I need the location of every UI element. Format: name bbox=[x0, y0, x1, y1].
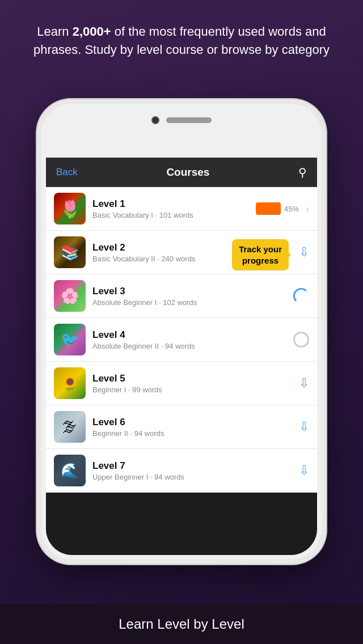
navigation-bar: Back Courses ⚲ bbox=[46, 158, 317, 187]
course-list: Level 1 Basic Vocabulary I · 101 words 4… bbox=[46, 187, 317, 493]
word-count-highlight: 2,000+ bbox=[73, 24, 111, 39]
bottom-bar: Learn Level by Level bbox=[0, 604, 363, 644]
course-item-level-4[interactable]: Level 4 Absolute Beginner II · 94 words bbox=[46, 318, 317, 362]
course-thumbnail-level-5 bbox=[54, 367, 86, 399]
progress-percent: 45% bbox=[284, 205, 299, 213]
course-action-level-5: ⇩ bbox=[299, 376, 309, 391]
course-thumbnail-level-3 bbox=[54, 280, 86, 312]
download-icon-level-6[interactable]: ⇩ bbox=[299, 420, 309, 434]
phone-top-hardware bbox=[119, 116, 244, 124]
course-info-level-3: Level 3 Absolute Beginner I · 102 words bbox=[92, 286, 293, 307]
bottom-bar-label: Learn Level by Level bbox=[119, 616, 244, 632]
course-level-label-7: Level 7 bbox=[92, 460, 299, 472]
course-item-level-6[interactable]: Level 6 Beginner II · 94 words ⇩ bbox=[46, 405, 317, 449]
screen-title: Courses bbox=[166, 166, 209, 179]
circle-empty-icon-level-4 bbox=[293, 332, 309, 348]
back-button[interactable]: Back bbox=[56, 167, 78, 178]
course-level-label-5: Level 5 bbox=[92, 373, 299, 384]
course-item-level-1[interactable]: Level 1 Basic Vocabulary I · 101 words 4… bbox=[46, 187, 317, 231]
course-action-level-6: ⇩ bbox=[299, 420, 309, 434]
phone-speaker bbox=[166, 117, 212, 123]
course-info-level-5: Level 5 Beginner I · 99 words bbox=[92, 373, 299, 394]
course-action-level-7: ⇩ bbox=[299, 463, 309, 478]
course-thumbnail-level-2 bbox=[54, 236, 86, 268]
course-description-4: Absolute Beginner II · 94 words bbox=[92, 342, 293, 350]
course-level-label-6: Level 6 bbox=[92, 417, 299, 428]
course-level-label-3: Level 3 bbox=[92, 286, 293, 297]
top-description-text: Learn 2,000+ of the most frequently used… bbox=[28, 23, 335, 59]
course-thumbnail-level-1 bbox=[54, 193, 86, 224]
course-description-5: Beginner I · 99 words bbox=[92, 385, 299, 394]
course-action-level-1: 45% › bbox=[256, 202, 309, 215]
course-description-1: Basic Vocabulary I · 101 words bbox=[92, 211, 256, 219]
course-level-label-4: Level 4 bbox=[92, 329, 293, 341]
course-info-level-1: Level 1 Basic Vocabulary I · 101 words bbox=[92, 198, 256, 219]
course-description-6: Beginner II · 94 words bbox=[92, 429, 299, 438]
course-level-label-1: Level 1 bbox=[92, 198, 256, 210]
phone-frame: Back Courses ⚲ Level 1 Basic Vocabulary … bbox=[37, 99, 326, 564]
course-item-level-5[interactable]: Level 5 Beginner I · 99 words ⇩ bbox=[46, 362, 317, 405]
course-thumbnail-level-4 bbox=[54, 324, 86, 355]
course-action-level-4 bbox=[293, 332, 309, 348]
course-description-7: Upper Beginner I · 94 words bbox=[92, 473, 299, 481]
course-action-level-2: Track yourprogress ⇩ bbox=[299, 245, 309, 260]
phone-camera bbox=[151, 116, 159, 124]
course-thumbnail-level-7 bbox=[54, 455, 86, 486]
download-icon-level-2[interactable]: ⇩ bbox=[299, 245, 309, 260]
progress-bar bbox=[256, 202, 281, 215]
course-item-level-3[interactable]: Level 3 Absolute Beginner I · 102 words bbox=[46, 274, 317, 318]
course-description-3: Absolute Beginner I · 102 words bbox=[92, 298, 293, 307]
progress-bar-wrap: 45% bbox=[256, 202, 299, 215]
download-icon-level-7[interactable]: ⇩ bbox=[299, 463, 309, 478]
chevron-right-icon: › bbox=[306, 203, 309, 215]
download-icon-level-5[interactable]: ⇩ bbox=[299, 376, 309, 391]
circle-progress-icon-level-3 bbox=[293, 288, 309, 304]
course-info-level-4: Level 4 Absolute Beginner II · 94 words bbox=[92, 329, 293, 350]
course-item-level-7[interactable]: Level 7 Upper Beginner I · 94 words ⇩ bbox=[46, 449, 317, 493]
course-item-level-2[interactable]: Level 2 Basic Vocabulary II · 240 words … bbox=[46, 231, 317, 274]
course-info-level-7: Level 7 Upper Beginner I · 94 words bbox=[92, 460, 299, 481]
track-progress-tooltip: Track yourprogress bbox=[232, 239, 289, 270]
top-description: Learn 2,000+ of the most frequently used… bbox=[0, 0, 363, 70]
phone-screen: Back Courses ⚲ Level 1 Basic Vocabulary … bbox=[46, 158, 317, 555]
phone-inner: Back Courses ⚲ Level 1 Basic Vocabulary … bbox=[41, 104, 322, 560]
course-thumbnail-level-6 bbox=[54, 411, 86, 443]
search-icon[interactable]: ⚲ bbox=[298, 166, 307, 179]
course-info-level-6: Level 6 Beginner II · 94 words bbox=[92, 417, 299, 438]
course-action-level-3 bbox=[293, 288, 309, 304]
